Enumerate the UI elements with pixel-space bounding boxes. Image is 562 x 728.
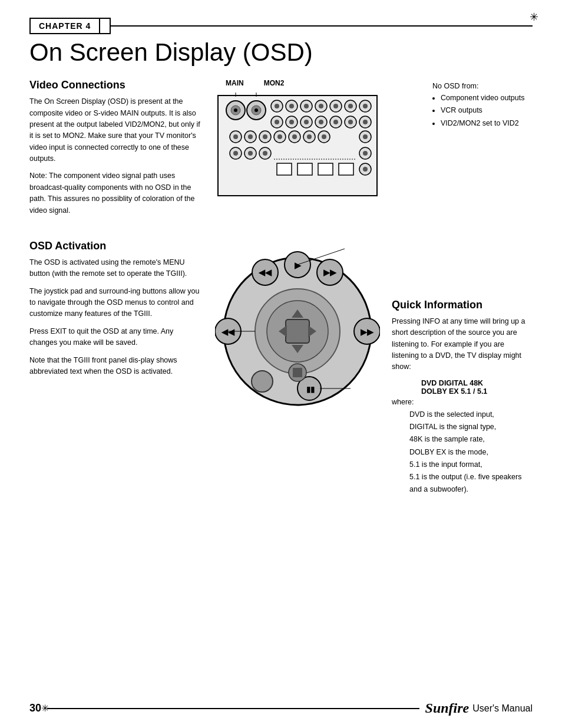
page-number: 30 bbox=[29, 702, 41, 714]
svg-point-36 bbox=[363, 120, 368, 124]
no-osd-title: No OSD from: bbox=[432, 82, 544, 90]
svg-point-52 bbox=[363, 134, 368, 139]
no-osd-list: Component video outputs VCR outputs VID2… bbox=[441, 92, 544, 130]
svg-point-30 bbox=[319, 120, 323, 124]
svg-rect-64 bbox=[339, 163, 353, 175]
quick-info-heading: Quick Information bbox=[392, 299, 533, 311]
svg-point-46 bbox=[292, 134, 297, 139]
detail-5: 5.1 is the input format, bbox=[409, 459, 533, 471]
svg-point-86 bbox=[252, 371, 273, 392]
footer-line: ✳ bbox=[47, 708, 419, 709]
chapter-header: CHAPTER 4 ✳ bbox=[29, 18, 533, 34]
connector-diagram bbox=[215, 90, 392, 202]
detail-1: DVD is the selected input, bbox=[409, 409, 533, 421]
video-connections-para1: The On Screen Display (OSD) is present a… bbox=[29, 96, 203, 164]
svg-point-44 bbox=[277, 134, 282, 139]
svg-point-20 bbox=[348, 104, 353, 108]
detail-3: 48K is the sample rate, bbox=[409, 433, 533, 446]
osd-para2: The joystick pad and surround-ing button… bbox=[29, 286, 203, 320]
main-label: MAIN bbox=[226, 79, 244, 87]
svg-rect-90 bbox=[293, 368, 302, 377]
svg-text:◀◀: ◀◀ bbox=[258, 268, 272, 277]
osd-para4: Note that the TGIII front panel dis-play… bbox=[29, 355, 203, 378]
video-connections-section: Video Connections The On Screen Display … bbox=[29, 79, 533, 222]
video-connections-diagram: MAIN MON2 bbox=[215, 79, 533, 222]
svg-point-18 bbox=[333, 104, 338, 108]
detail-2: DIGITAL is the signal type, bbox=[409, 421, 533, 433]
remote-diagram-area: ◀◀ ▶ ▶▶ ◀◀ ▶▶ bbox=[215, 240, 380, 496]
svg-point-66 bbox=[363, 167, 368, 172]
remote-svg: ◀◀ ▶ ▶▶ ◀◀ ▶▶ bbox=[215, 240, 380, 411]
svg-point-56 bbox=[248, 151, 253, 156]
no-osd-item-1: Component video outputs bbox=[441, 92, 544, 104]
footer-star-icon: ✳ bbox=[41, 703, 49, 714]
detail-4: DOLBY EX is the mode, bbox=[409, 446, 533, 459]
mon2-label: MON2 bbox=[264, 79, 285, 87]
svg-point-50 bbox=[322, 134, 326, 139]
example-line1: DVD DIGITAL 48K bbox=[421, 379, 533, 387]
svg-text:▶▶: ▶▶ bbox=[323, 268, 337, 277]
video-connections-text: Video Connections The On Screen Display … bbox=[29, 79, 203, 222]
diagram-container: MAIN MON2 bbox=[215, 79, 533, 203]
chapter-tab bbox=[99, 18, 111, 34]
svg-point-58 bbox=[263, 151, 267, 156]
example-line2: DOLBY EX 5.1 / 5.1 bbox=[421, 387, 533, 396]
page-title: On Screen Display (OSD) bbox=[29, 39, 533, 66]
osd-para3: Press EXIT to quit the OSD at any time. … bbox=[29, 326, 203, 349]
svg-point-3 bbox=[234, 108, 237, 112]
no-osd-callout: No OSD from: Component video outputs VCR… bbox=[432, 82, 544, 130]
svg-text:▮▮: ▮▮ bbox=[306, 385, 315, 394]
svg-point-14 bbox=[304, 104, 309, 108]
osd-bottom-layout: OSD Activation The OSD is activated usin… bbox=[29, 240, 533, 496]
svg-text:▶: ▶ bbox=[295, 261, 302, 270]
svg-text:◀◀: ◀◀ bbox=[221, 327, 235, 337]
svg-point-24 bbox=[275, 120, 279, 124]
svg-point-54 bbox=[233, 151, 238, 156]
video-connections-para2: Note: The component video signal path us… bbox=[29, 170, 203, 216]
svg-point-22 bbox=[363, 104, 368, 108]
osd-activation-text: OSD Activation The OSD is activated usin… bbox=[29, 240, 203, 496]
quick-info-section: Quick Information Pressing INFO at any t… bbox=[392, 240, 533, 496]
svg-point-28 bbox=[304, 120, 309, 124]
osd-activation-section: OSD Activation The OSD is activated usin… bbox=[29, 240, 533, 496]
svg-text:▶▶: ▶▶ bbox=[361, 327, 374, 337]
star-icon: ✳ bbox=[530, 11, 538, 24]
svg-point-6 bbox=[254, 108, 258, 112]
svg-point-48 bbox=[307, 134, 312, 139]
svg-point-26 bbox=[289, 120, 294, 124]
svg-rect-63 bbox=[318, 163, 333, 175]
svg-point-34 bbox=[348, 120, 353, 124]
detail-6: 5.1 is the output (i.e. five speakers an… bbox=[409, 471, 533, 496]
svg-rect-61 bbox=[277, 163, 292, 175]
svg-point-60 bbox=[363, 151, 368, 156]
svg-point-10 bbox=[275, 104, 279, 108]
page: CHAPTER 4 ✳ On Screen Display (OSD) Vide… bbox=[0, 0, 562, 728]
svg-point-42 bbox=[263, 134, 267, 139]
brand-name: Sunfire bbox=[425, 700, 470, 716]
quick-info-para1: Pressing INFO at any time will bring up … bbox=[392, 316, 533, 373]
osd-activation-heading: OSD Activation bbox=[29, 240, 203, 252]
quick-info-example: DVD DIGITAL 48K DOLBY EX 5.1 / 5.1 bbox=[421, 379, 533, 396]
svg-point-40 bbox=[248, 134, 253, 139]
manual-label: User's Manual bbox=[472, 703, 533, 714]
svg-rect-81 bbox=[286, 319, 309, 343]
svg-rect-62 bbox=[297, 163, 312, 175]
chapter-label: CHAPTER 4 bbox=[29, 18, 100, 34]
no-osd-item-3: VID2/MON2 set to VID2 bbox=[441, 117, 544, 130]
quick-info-details: DVD is the selected input, DIGITAL is th… bbox=[409, 409, 533, 496]
svg-point-38 bbox=[233, 134, 238, 139]
footer: 30 ✳ Sunfire User's Manual bbox=[0, 700, 562, 716]
no-osd-item-2: VCR outputs bbox=[441, 104, 544, 117]
svg-point-12 bbox=[289, 104, 294, 108]
chapter-line: ✳ bbox=[111, 25, 533, 27]
osd-para1: The OSD is activated using the remote's … bbox=[29, 257, 203, 280]
svg-point-16 bbox=[319, 104, 323, 108]
video-connections-heading: Video Connections bbox=[29, 79, 203, 91]
where-label: where: bbox=[392, 398, 533, 406]
svg-point-32 bbox=[333, 120, 338, 124]
